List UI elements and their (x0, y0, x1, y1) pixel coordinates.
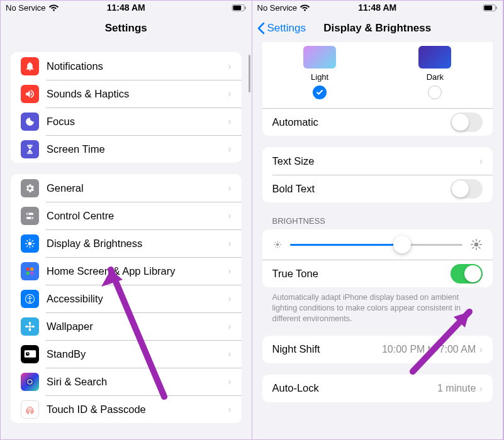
automatic-toggle[interactable] (451, 113, 483, 132)
wallpaper-icon (21, 317, 39, 336)
screen-time-icon (21, 140, 39, 158)
true-tone-toggle[interactable] (451, 264, 483, 283)
home-screen-icon (21, 262, 39, 280)
true-tone-footer: Automatically adapt iPhone display based… (262, 287, 493, 324)
row-label: Touch ID & Passcode (47, 404, 228, 415)
dark-thumbnail (418, 46, 451, 69)
row-control-centre[interactable]: Control Centre › (11, 202, 242, 229)
chevron-left-icon (257, 22, 265, 35)
svg-line-54 (479, 241, 480, 242)
control-centre-icon (21, 207, 39, 225)
brightness-header: BRIGHTNESS (272, 216, 493, 226)
svg-point-6 (31, 217, 33, 219)
touch-id-icon (21, 400, 39, 419)
row-text-size[interactable]: Text Size › (262, 147, 493, 175)
row-label: Focus (47, 116, 228, 128)
row-night-shift[interactable]: Night Shift 10:00 PM to 7:00 AM › (262, 336, 493, 363)
row-label: Wallpaper (47, 321, 228, 333)
svg-line-13 (32, 246, 33, 246)
row-screen-time[interactable]: Screen Time › (11, 135, 242, 163)
radio-checked-icon (313, 85, 327, 99)
appearance-light[interactable]: Light (303, 46, 336, 99)
battery-icon (483, 4, 498, 11)
chevron-right-icon: › (479, 344, 483, 355)
row-true-tone: True Tone (262, 260, 493, 287)
svg-point-5 (27, 213, 29, 215)
row-sounds[interactable]: Sounds & Haptics › (11, 80, 242, 107)
row-standby[interactable]: StandBy › (11, 340, 242, 368)
row-label: Text Size (272, 155, 480, 167)
row-label: Auto-Lock (272, 382, 437, 394)
display-brightness-screen: No Service 11:48 AM Settings Display & B… (252, 1, 504, 439)
svg-line-15 (32, 240, 33, 241)
row-label: Bold Text (272, 183, 451, 195)
settings-content[interactable]: Notifications › Sounds & Haptics › Focus… (1, 42, 252, 439)
chevron-right-icon: › (228, 211, 232, 221)
row-home-screen[interactable]: Home Screen & App Library › (11, 257, 242, 285)
row-focus[interactable]: Focus › (11, 107, 242, 135)
row-label: Accessibility (47, 293, 228, 305)
row-accessibility[interactable]: Accessibility › (11, 285, 242, 312)
row-notifications[interactable]: Notifications › (11, 52, 242, 80)
radio-unchecked-icon (428, 85, 442, 99)
battery-icon (232, 4, 247, 11)
row-detail: 10:00 PM to 7:00 AM (382, 344, 476, 355)
row-label: Night Shift (272, 343, 382, 355)
row-auto-lock[interactable]: Auto-Lock 1 minute › (262, 375, 493, 402)
svg-rect-19 (30, 272, 33, 275)
back-label: Settings (267, 22, 306, 35)
settings-screen: No Service 11:48 AM Settings Notificatio… (1, 1, 252, 439)
svg-rect-1 (233, 5, 241, 9)
svg-point-21 (29, 295, 31, 297)
chevron-right-icon: › (228, 266, 232, 276)
svg-line-45 (279, 242, 279, 243)
row-detail: 1 minute (437, 383, 476, 394)
chevron-right-icon: › (228, 349, 232, 359)
sun-large-icon (470, 238, 483, 251)
carrier-text: No Service (257, 3, 298, 13)
row-label: Display & Brightness (47, 238, 228, 250)
row-touch-id[interactable]: Touch ID & Passcode › (11, 395, 242, 423)
standby-icon (21, 345, 39, 363)
page-title: Display & Brightness (323, 22, 431, 35)
row-siri[interactable]: Siri & Search › (11, 368, 242, 395)
svg-line-52 (479, 247, 480, 248)
row-label: Automatic (272, 116, 451, 128)
row-wallpaper[interactable]: Wallpaper › (11, 312, 242, 340)
text-section: Text Size › Bold Text (262, 147, 493, 202)
svg-line-42 (275, 242, 276, 243)
carrier-text: No Service (6, 3, 46, 13)
auto-lock-section: Auto-Lock 1 minute › (262, 375, 493, 402)
brightness-slider[interactable] (290, 244, 463, 246)
svg-point-23 (29, 322, 31, 325)
row-display-brightness[interactable]: Display & Brightness › (11, 229, 242, 257)
svg-line-14 (26, 246, 27, 246)
svg-point-46 (474, 243, 479, 247)
chevron-right-icon: › (479, 383, 483, 393)
status-bar: No Service 11:48 AM (1, 1, 252, 14)
appearance-section: Light Dark Automatic (262, 42, 493, 136)
appearance-dark[interactable]: Dark (418, 46, 451, 99)
back-button[interactable]: Settings (257, 22, 306, 35)
appearance-label: Dark (427, 72, 444, 82)
brightness-slider-row (262, 229, 493, 260)
chevron-right-icon: › (228, 238, 232, 248)
bold-text-toggle[interactable] (451, 179, 483, 199)
header: Settings (1, 14, 252, 42)
scroll-indicator[interactable] (249, 55, 250, 92)
display-content[interactable]: Light Dark Automatic Text Size › Bol (252, 42, 503, 439)
chevron-right-icon: › (228, 321, 232, 331)
light-thumbnail (303, 46, 336, 69)
svg-rect-18 (26, 272, 30, 275)
siri-icon (21, 373, 39, 391)
chevron-right-icon: › (228, 89, 232, 99)
svg-point-31 (26, 378, 34, 386)
svg-point-26 (31, 325, 35, 327)
svg-line-53 (473, 247, 474, 248)
chevron-right-icon: › (228, 144, 232, 154)
row-label: Sounds & Haptics (47, 88, 228, 100)
svg-point-7 (28, 241, 32, 245)
wifi-icon (49, 4, 59, 11)
row-general[interactable]: General › (11, 174, 242, 202)
row-label: General (47, 182, 228, 194)
